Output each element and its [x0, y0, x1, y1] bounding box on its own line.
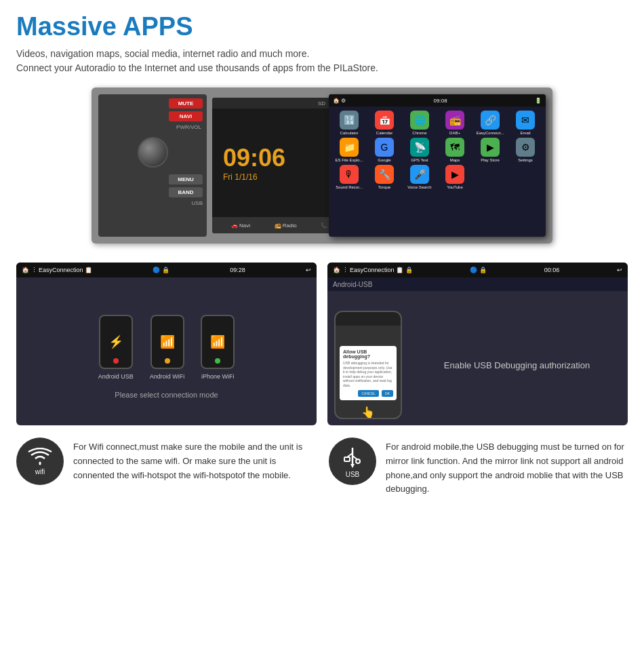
vol-knob[interactable] — [138, 137, 168, 168]
iphone-wifi-label: iPhone WiFi — [201, 373, 235, 380]
mute-btn[interactable]: MUTE — [169, 98, 203, 109]
android-usb-card: ⚡ Android USB — [98, 315, 134, 380]
app-icon-voicesearch[interactable]: 🎤 Voice Search — [403, 165, 436, 189]
usb-debug-panel: Allow USB debugging? USB debugging is in… — [327, 291, 628, 425]
right-status-bar: 🏠 ⋮ EasyConnection 📋 🔒 🔵 🔒 00:06 ↩ — [327, 263, 628, 277]
app-icon-playstore[interactable]: ▶ Play Store — [474, 138, 506, 162]
screenshots-row: 🏠 ⋮ EasyConnection 📋 🔵 🔒 09:28 ↩ ⚡ Andro… — [16, 263, 628, 425]
navi-btn[interactable]: NAVI — [169, 111, 203, 121]
usb-icon-circle: USB — [329, 438, 376, 485]
usb-auth-text: Enable USB Debugging authorization — [413, 360, 621, 370]
usb-phone-mock: Allow USB debugging? USB debugging is in… — [334, 311, 402, 419]
usb-label: USB — [346, 471, 360, 478]
wifi-text: For Wifi connect,must make sure the mobi… — [73, 438, 315, 482]
android-wifi-label: Android WiFi — [150, 373, 185, 380]
app-icon-google[interactable]: G Google — [368, 138, 401, 162]
android-usb-label: Android USB — [98, 373, 134, 380]
nav-radio: 📻 Radio — [275, 222, 297, 229]
screen-time: 09:06 — [223, 144, 285, 172]
wifi-icon-circle: wifi — [16, 438, 64, 485]
wifi-label: wifi — [35, 468, 45, 476]
page-title: Massive APPS — [16, 12, 628, 41]
connection-icons-row: ⚡ Android USB 📶 Android WiFi — [98, 315, 235, 380]
usb-dialog: Allow USB debugging? USB debugging is in… — [340, 346, 397, 400]
app-icon-dab[interactable]: 📻 DAB+ — [439, 111, 471, 135]
screen-date: Fri 1/1/16 — [223, 172, 258, 182]
app-icon-maps[interactable]: 🗺 Maps — [439, 138, 471, 162]
car-stereo-mock: MUTE NAVI PWR/VOL MENU BAND USB SD GPS 0… — [92, 88, 552, 244]
usb-info-item: USB For android mobile,the USB debugging… — [329, 438, 628, 497]
band-btn[interactable]: BAND — [169, 187, 203, 197]
android-usb-phone: ⚡ — [99, 315, 133, 369]
right-screenshot: 🏠 ⋮ EasyConnection 📋 🔒 🔵 🔒 00:06 ↩ Andro… — [327, 263, 628, 425]
left-screenshot: 🏠 ⋮ EasyConnection 📋 🔵 🔒 09:28 ↩ ⚡ Andro… — [16, 263, 317, 425]
app-icon-soundrecor[interactable]: 🎙 Sound Recor... — [333, 165, 365, 189]
wifi-icon — [28, 448, 52, 467]
svg-marker-5 — [350, 464, 355, 468]
left-screenshot-content: ⚡ Android USB 📶 Android WiFi — [16, 277, 317, 425]
svg-rect-2 — [344, 457, 350, 461]
left-status-bar: 🏠 ⋮ EasyConnection 📋 🔵 🔒 09:28 ↩ — [16, 263, 317, 277]
app-icon-esfileexplo[interactable]: 📁 ES File Explo... — [333, 138, 365, 162]
app-icon-email[interactable]: ✉ Email — [509, 111, 542, 135]
iphone-wifi-phone: 📶 — [201, 315, 235, 369]
app-icon-torque[interactable]: 🔧 Torque — [368, 165, 401, 189]
pwr-label: PWR/VOL — [176, 124, 203, 130]
info-row: wifi For Wifi connect,must make sure the… — [16, 438, 628, 497]
app-icon-gpstest[interactable]: 📡 GPS Test — [403, 138, 436, 162]
usb-label: USB — [192, 200, 203, 206]
ok-btn[interactable]: OK — [382, 390, 393, 397]
android-overlay-screen: 🏠 ⚙ 09:08 🔋 🔢 Calculator 📅 Calendar 🌐 Ch… — [329, 94, 546, 237]
android-status-bar: 🏠 ⚙ 09:08 🔋 — [329, 94, 546, 107]
stereo-left-panel: MUTE NAVI PWR/VOL MENU BAND USB — [98, 94, 207, 237]
wifi-info-item: wifi For Wifi connect,must make sure the… — [16, 438, 315, 485]
app-icon-calculator[interactable]: 🔢 Calculator — [333, 111, 365, 135]
app-icon-settings[interactable]: ⚙ Settings — [509, 138, 542, 162]
svg-point-4 — [356, 459, 360, 463]
car-stereo-section: MUTE NAVI PWR/VOL MENU BAND USB SD GPS 0… — [16, 88, 628, 244]
select-mode-text: Please select connection mode — [115, 391, 218, 399]
nav-navi: 🚗 Navi — [231, 222, 250, 229]
cancel-btn[interactable]: CANCEL — [358, 390, 378, 397]
app-icon-youtube[interactable]: ▶ YouTube — [439, 165, 471, 189]
usb-icon — [340, 445, 365, 469]
app-icon-calendar[interactable]: 📅 Calendar — [368, 111, 401, 135]
usb-text: For android mobile,the USB debugging mus… — [386, 438, 628, 497]
android-usb-title-bar: Android-USB — [327, 277, 628, 291]
app-icon-chrome[interactable]: 🌐 Chrome — [403, 111, 436, 135]
android-wifi-card: 📶 Android WiFi — [150, 315, 185, 380]
menu-btn[interactable]: MENU — [169, 174, 203, 185]
android-wifi-phone: 📶 — [150, 315, 184, 369]
subtitle: Videos, navigation maps, social media, i… — [16, 47, 628, 75]
app-icon-easyconnect[interactable]: 🔗 EasyConnect... — [474, 111, 506, 135]
iphone-wifi-card: 📶 iPhone WiFi — [201, 315, 235, 380]
android-app-grid: 🔢 Calculator 📅 Calendar 🌐 Chrome 📻 DAB+ … — [329, 107, 546, 193]
